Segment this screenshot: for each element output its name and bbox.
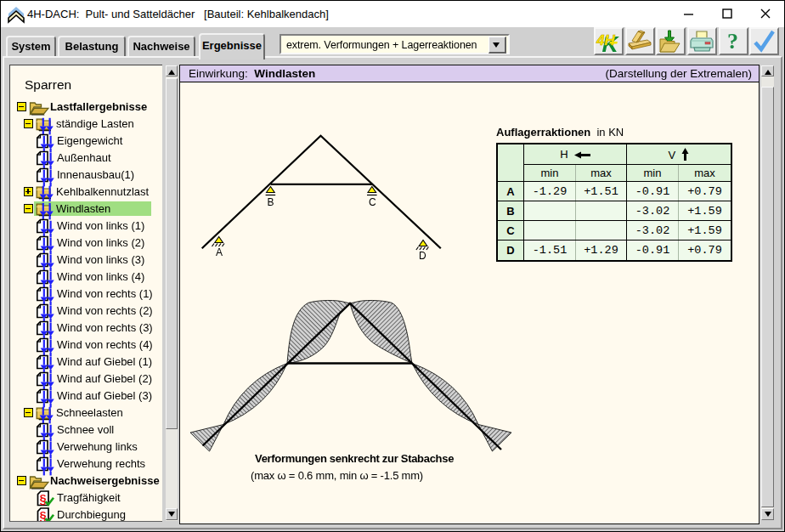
svg-text:4H: 4H bbox=[596, 32, 615, 48]
svg-text:?: ? bbox=[727, 29, 738, 54]
svg-text:§: § bbox=[40, 492, 47, 506]
